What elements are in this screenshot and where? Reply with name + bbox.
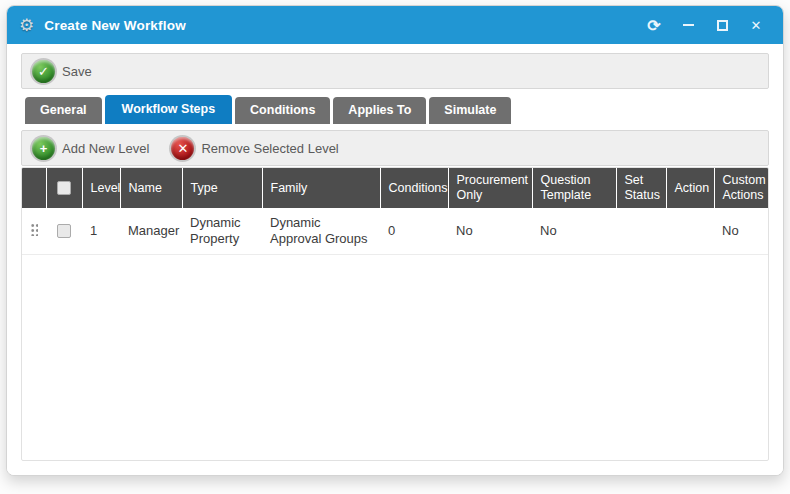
row-select-cell bbox=[46, 208, 82, 254]
cell-question-template: No bbox=[532, 208, 616, 254]
title-bar: ⚙ Create New Workflow ⟳ ✕ bbox=[7, 6, 783, 44]
drag-column-header bbox=[22, 168, 46, 208]
tab-conditions[interactable]: Conditions bbox=[235, 97, 330, 124]
level-toolbar: + Add New Level ✕ Remove Selected Level bbox=[21, 130, 769, 166]
tab-workflow-steps[interactable]: Workflow Steps bbox=[105, 95, 233, 124]
table-header-row: Level Name Type Family Conditions Procur… bbox=[22, 168, 769, 208]
gear-icon: ⚙ bbox=[19, 17, 34, 34]
save-button[interactable]: ✓ Save bbox=[32, 60, 92, 83]
dialog-window: ⚙ Create New Workflow ⟳ ✕ ✓ Save General… bbox=[6, 5, 784, 476]
column-header-question-template: Question Template bbox=[532, 168, 616, 208]
row-checkbox[interactable] bbox=[57, 224, 71, 238]
window-title: Create New Workflow bbox=[44, 18, 186, 33]
column-header-action: Action bbox=[666, 168, 714, 208]
cell-conditions: 0 bbox=[380, 208, 448, 254]
column-header-custom-actions: Custom Actions bbox=[714, 168, 769, 208]
remove-x-icon: ✕ bbox=[171, 137, 194, 160]
cell-name: Manager bbox=[120, 208, 182, 254]
select-all-column-header bbox=[46, 168, 82, 208]
cell-type: Dynamic Property bbox=[182, 208, 262, 254]
cell-level: 1 bbox=[82, 208, 120, 254]
select-all-checkbox[interactable] bbox=[57, 181, 71, 195]
save-button-label: Save bbox=[62, 64, 92, 79]
refresh-button[interactable]: ⟳ bbox=[641, 13, 667, 37]
workflow-steps-grid: Level Name Type Family Conditions Procur… bbox=[21, 167, 769, 461]
tab-bar: General Workflow Steps Conditions Applie… bbox=[25, 95, 769, 124]
row-drag-cell bbox=[22, 208, 46, 254]
tab-applies-to[interactable]: Applies To bbox=[333, 97, 426, 124]
maximize-icon bbox=[717, 20, 728, 31]
column-header-name: Name bbox=[120, 168, 182, 208]
add-plus-icon: + bbox=[32, 137, 55, 160]
tab-general[interactable]: General bbox=[25, 97, 102, 124]
dialog-content: ✓ Save General Workflow Steps Conditions… bbox=[7, 44, 783, 475]
column-header-procurement-only: Procurement Only bbox=[448, 168, 532, 208]
close-icon: ✕ bbox=[751, 18, 762, 33]
add-new-level-button[interactable]: + Add New Level bbox=[32, 137, 149, 160]
remove-selected-level-button[interactable]: ✕ Remove Selected Level bbox=[171, 137, 338, 160]
minimize-button[interactable] bbox=[675, 13, 701, 37]
tab-simulate[interactable]: Simulate bbox=[429, 97, 511, 124]
refresh-icon: ⟳ bbox=[647, 16, 660, 35]
minimize-icon bbox=[683, 24, 694, 26]
cell-family: Dynamic Approval Groups bbox=[262, 208, 380, 254]
cell-action bbox=[666, 208, 714, 254]
close-button[interactable]: ✕ bbox=[743, 13, 769, 37]
column-header-set-status: Set Status bbox=[616, 168, 666, 208]
drag-handle-icon[interactable] bbox=[30, 222, 38, 236]
column-header-level: Level bbox=[82, 168, 120, 208]
column-header-type: Type bbox=[182, 168, 262, 208]
cell-custom-actions: No bbox=[714, 208, 769, 254]
add-new-level-label: Add New Level bbox=[62, 141, 149, 156]
cell-set-status bbox=[616, 208, 666, 254]
column-header-family: Family bbox=[262, 168, 380, 208]
remove-selected-level-label: Remove Selected Level bbox=[201, 141, 338, 156]
column-header-conditions: Conditions bbox=[380, 168, 448, 208]
save-toolbar: ✓ Save bbox=[21, 53, 769, 89]
table-row[interactable]: 1 Manager Dynamic Property Dynamic Appro… bbox=[22, 208, 769, 254]
save-check-icon: ✓ bbox=[32, 60, 55, 83]
levels-table: Level Name Type Family Conditions Procur… bbox=[22, 168, 769, 255]
maximize-button[interactable] bbox=[709, 13, 735, 37]
cell-procurement-only: No bbox=[448, 208, 532, 254]
